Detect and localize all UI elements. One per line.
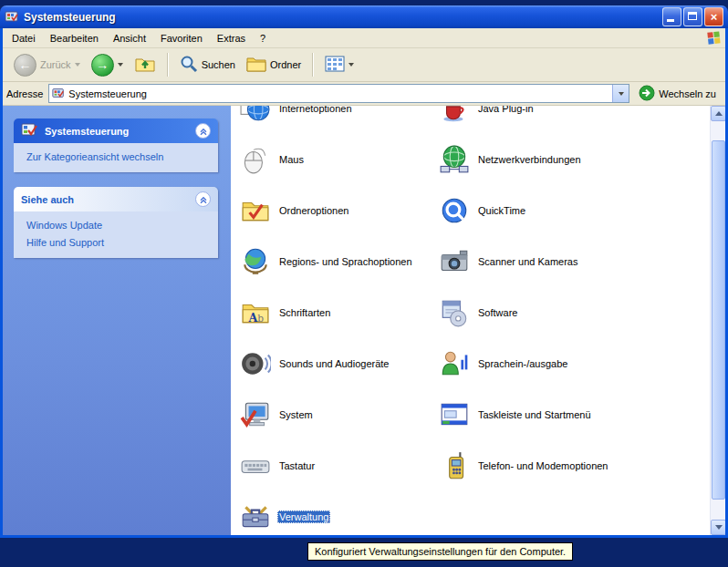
folder-options-icon	[240, 195, 271, 226]
address-dropdown-button[interactable]	[612, 85, 629, 102]
content-area: Systemsteuerung Zur Kategorieansicht wec…	[3, 106, 725, 535]
go-button[interactable]: Wechseln zu	[635, 84, 722, 104]
item-label: Maus	[277, 153, 306, 166]
forward-dropdown-icon	[118, 63, 123, 67]
maximize-button[interactable]	[683, 7, 702, 26]
views-dropdown-icon	[348, 63, 354, 67]
minimize-button[interactable]	[662, 7, 681, 26]
item-taskleiste-und-startmenue[interactable]: Taskleiste und Startmenü	[439, 399, 725, 430]
views-button[interactable]	[321, 53, 358, 77]
scroll-down-button[interactable]	[711, 520, 725, 535]
forward-button[interactable]: →	[88, 52, 127, 78]
control-panel-icon	[5, 9, 19, 26]
address-label: Adresse	[6, 88, 43, 99]
panel1-body: Zur Kategorieansicht wechseln	[14, 143, 218, 172]
item-label: Telefon- und Modemoptionen	[476, 459, 609, 472]
switch-to-category-view-link[interactable]: Zur Kategorieansicht wechseln	[26, 151, 209, 162]
panel1-header[interactable]: Systemsteuerung	[14, 119, 218, 143]
item-label: Sounds und Audiogeräte	[277, 357, 391, 370]
control-panel-pane-icon	[21, 122, 39, 140]
panel2-header[interactable]: Siehe auch	[14, 187, 218, 211]
control-panel-small-icon	[52, 87, 65, 101]
search-label: Suchen	[202, 59, 235, 70]
item-sprachein-ausgabe[interactable]: Sprachein-/ausgabe	[439, 348, 725, 379]
item-label: Taskleiste und Startmenü	[476, 408, 593, 421]
item-schriftarten[interactable]: Ab Schriftarten	[240, 297, 439, 328]
menu-bearbeiten[interactable]: Bearbeiten	[43, 31, 106, 46]
mouse-icon	[240, 144, 271, 175]
close-button[interactable]: ×	[704, 7, 723, 26]
windows-update-link[interactable]: Windows Update	[26, 220, 209, 231]
item-label: Regions- und Sprachoptionen	[277, 255, 414, 268]
item-label: Netzwerkverbindungen	[476, 153, 583, 166]
item-label: Tastatur	[277, 459, 317, 472]
sidebar: Systemsteuerung Zur Kategorieansicht wec…	[3, 106, 231, 535]
item-verwaltung[interactable]: Verwaltung	[240, 501, 439, 532]
title-bar[interactable]: Systemsteuerung ×	[0, 5, 728, 28]
item-label: Schriftarten	[277, 306, 332, 319]
windows-logo-icon	[706, 30, 723, 46]
item-netzwerkverbindungen[interactable]: Netzwerkverbindungen	[439, 144, 725, 175]
folders-label: Ordner	[270, 59, 301, 70]
item-telefon-und-modemoptionen[interactable]: Telefon- und Modemoptionen	[439, 450, 725, 481]
window-body: Datei Bearbeiten Ansicht Favoriten Extra…	[0, 28, 728, 538]
scrollbar-thumb[interactable]	[712, 140, 725, 500]
back-label: Zurück	[40, 59, 71, 70]
item-label-selected: Verwaltung	[277, 510, 330, 523]
menu-datei[interactable]: Datei	[5, 31, 43, 46]
toolbar-separator	[167, 53, 169, 77]
regional-options-icon	[240, 246, 271, 277]
item-label: Ordneroptionen	[277, 204, 350, 217]
svg-text:b: b	[257, 313, 264, 325]
desktop: { "window": { "title": "Systemsteuerung"…	[0, 0, 728, 567]
search-icon	[180, 55, 198, 75]
address-combo[interactable]: Systemsteuerung	[48, 84, 629, 103]
vertical-scrollbar[interactable]	[710, 106, 725, 535]
hilfe-und-support-link[interactable]: Hilfe und Support	[26, 237, 209, 248]
scroll-up-button[interactable]	[711, 106, 725, 121]
item-label: QuickTime	[476, 204, 527, 217]
item-java-plug-in[interactable]: Java Plug-in	[439, 106, 725, 124]
item-system[interactable]: System	[240, 399, 439, 430]
item-label: Sprachein-/ausgabe	[476, 357, 569, 370]
panel1-collapse-button[interactable]	[195, 123, 211, 139]
item-label: System	[277, 408, 315, 421]
sounds-audio-icon	[240, 348, 271, 379]
menu-extras[interactable]: Extras	[210, 31, 253, 46]
item-tastatur[interactable]: Tastatur	[240, 450, 439, 481]
tooltip: Konfiguriert Verwaltungseinstellungen fü…	[307, 542, 573, 561]
back-dropdown-icon	[75, 63, 80, 67]
sidebar-panel-systemsteuerung: Systemsteuerung Zur Kategorieansicht wec…	[14, 119, 218, 172]
system-icon	[240, 399, 271, 430]
folders-icon	[246, 55, 266, 75]
network-connections-icon	[439, 144, 470, 175]
item-maus[interactable]: Maus	[240, 144, 439, 175]
item-ordneroptionen[interactable]: Ordneroptionen	[240, 195, 439, 226]
item-quicktime[interactable]: QuickTime	[439, 195, 725, 226]
icon-grid: Internetoptionen Java Plug-in Maus Netzw…	[231, 106, 725, 535]
item-internetoptionen[interactable]: Internetoptionen	[240, 106, 439, 124]
item-label: Internetoptionen	[277, 106, 354, 115]
panel2-body: Windows Update Hilfe und Support	[14, 211, 218, 258]
item-scanner-und-kameras[interactable]: Scanner und Kameras	[439, 246, 725, 277]
up-button[interactable]	[130, 51, 160, 78]
item-label: Software	[476, 306, 519, 319]
item-label: Scanner und Kameras	[476, 255, 579, 268]
menu-ansicht[interactable]: Ansicht	[106, 31, 153, 46]
address-value: Systemsteuerung	[68, 88, 612, 99]
item-software[interactable]: Software	[439, 297, 725, 328]
panel2-collapse-button[interactable]	[195, 191, 211, 207]
explorer-window: Systemsteuerung × Datei Bearbeiten Ansic…	[0, 5, 728, 538]
search-button[interactable]: Suchen	[176, 53, 239, 77]
sidebar-panel-siehe-auch: Siehe auch Windows Update Hilfe und Supp…	[14, 187, 218, 258]
menu-hilfe[interactable]: ?	[253, 31, 273, 46]
item-sounds-und-audiogeraete[interactable]: Sounds und Audiogeräte	[240, 348, 439, 379]
scanners-cameras-icon	[439, 246, 470, 277]
back-button[interactable]: ← Zurück	[10, 52, 84, 78]
item-label: Java Plug-in	[476, 106, 536, 115]
item-regions-und-sprachoptionen[interactable]: Regions- und Sprachoptionen	[240, 246, 439, 277]
menu-bar: Datei Bearbeiten Ansicht Favoriten Extra…	[3, 28, 725, 48]
folders-button[interactable]: Ordner	[243, 53, 305, 77]
java-plugin-icon	[439, 106, 470, 124]
menu-favoriten[interactable]: Favoriten	[153, 31, 210, 46]
